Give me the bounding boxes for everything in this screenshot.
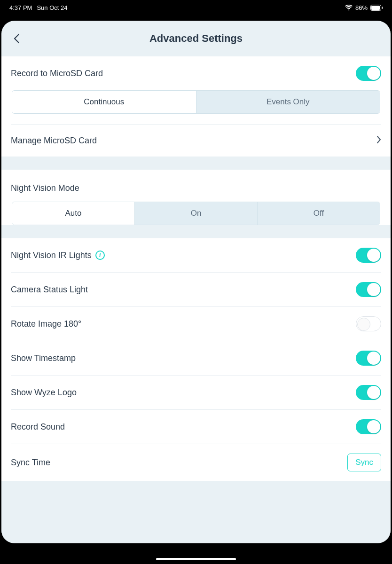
row-sound: Record Sound — [1, 410, 391, 444]
segment-nv-off[interactable]: Off — [257, 202, 380, 225]
segmented-record-mode: Continuous Events Only — [12, 90, 380, 114]
toggle-rotate[interactable] — [356, 316, 381, 331]
status-battery-percent: 86% — [355, 4, 368, 11]
info-icon[interactable]: i — [95, 251, 105, 260]
chevron-left-icon — [13, 33, 20, 44]
row-record-sd: Record to MicroSD Card — [1, 56, 391, 90]
row-sync-time: Sync Time Sync — [1, 444, 391, 481]
toggle-ir-lights[interactable] — [356, 248, 381, 263]
toggle-logo[interactable] — [356, 385, 381, 400]
row-ir-lights: Night Vision IR Lights i — [1, 238, 391, 272]
label-rotate: Rotate Image 180° — [11, 319, 81, 329]
label-sound: Record Sound — [11, 422, 65, 432]
sync-button[interactable]: Sync — [347, 454, 381, 471]
status-time: 4:37 PM — [9, 4, 32, 11]
back-button[interactable] — [9, 31, 24, 46]
header: Advanced Settings — [1, 21, 391, 56]
app-panel: Advanced Settings Record to MicroSD Card… — [1, 21, 391, 543]
content: Record to MicroSD Card Continuous Events… — [1, 56, 391, 543]
label-manage-sd: Manage MicroSD Card — [11, 136, 97, 146]
row-manage-sd[interactable]: Manage MicroSD Card — [1, 125, 391, 157]
section-night-vision: Night Vision Mode Auto On Off — [1, 170, 391, 225]
label-ir-lights: Night Vision IR Lights i — [11, 251, 105, 260]
toggle-timestamp[interactable] — [356, 351, 381, 366]
label-status-light: Camera Status Light — [11, 285, 88, 295]
row-timestamp: Show Timestamp — [1, 341, 391, 375]
toggle-status-light[interactable] — [356, 282, 381, 297]
home-indicator[interactable] — [156, 558, 236, 560]
bottom-spacer — [1, 481, 391, 543]
segmented-night-vision: Auto On Off — [12, 202, 380, 225]
toggle-sound[interactable] — [356, 419, 381, 434]
svg-rect-2 — [382, 7, 383, 9]
section-toggles: Night Vision IR Lights i Camera Status L… — [1, 238, 391, 481]
segment-events-only[interactable]: Events Only — [196, 91, 380, 113]
segment-nv-on[interactable]: On — [134, 202, 257, 225]
status-date: Sun Oct 24 — [37, 4, 67, 11]
row-logo: Show Wyze Logo — [1, 376, 391, 409]
label-sync-time: Sync Time — [11, 458, 50, 468]
wifi-icon — [345, 5, 353, 10]
label-record-sd: Record to MicroSD Card — [11, 69, 103, 78]
segment-continuous[interactable]: Continuous — [12, 91, 196, 113]
svg-rect-1 — [371, 6, 380, 10]
label-night-vision: Night Vision Mode — [11, 183, 79, 193]
status-bar: 4:37 PM Sun Oct 24 86% — [0, 2, 392, 13]
section-recording: Record to MicroSD Card Continuous Events… — [1, 56, 391, 157]
row-status-light: Camera Status Light — [1, 273, 391, 306]
page-title: Advanced Settings — [149, 32, 243, 45]
label-timestamp: Show Timestamp — [11, 353, 76, 363]
row-rotate: Rotate Image 180° — [1, 307, 391, 341]
label-logo: Show Wyze Logo — [11, 388, 77, 398]
toggle-record-sd[interactable] — [356, 66, 381, 81]
battery-icon — [370, 5, 383, 11]
text-ir-lights: Night Vision IR Lights — [11, 251, 92, 260]
segment-nv-auto[interactable]: Auto — [12, 202, 134, 225]
chevron-right-icon — [376, 135, 381, 146]
row-night-vision-label: Night Vision Mode — [1, 170, 391, 202]
